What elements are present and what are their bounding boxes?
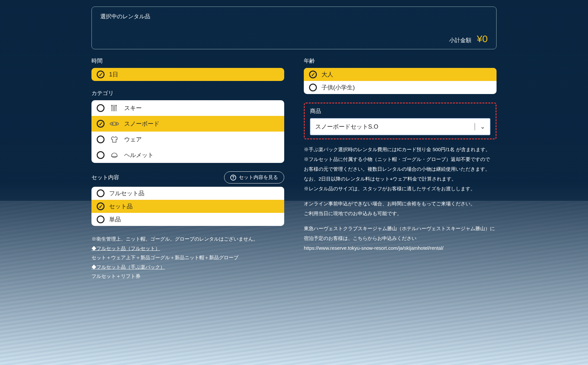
cart-title: 選択中のレンタル品 bbox=[100, 13, 488, 20]
right-info: ※手ぶ楽パック選択時のレンタル費用にはICカード預り金 500円/1名 が含まれ… bbox=[304, 145, 497, 253]
info-line: ※手ぶ楽パック選択時のレンタル費用にはICカード預り金 500円/1名 が含まれ… bbox=[304, 145, 497, 154]
selected-rentals-box: 選択中のレンタル品 小計金額 ¥0 bbox=[91, 7, 497, 49]
note-line: セット＋ウェア上下＋新品ゴーグル＋新品ニット帽＋新品グローブ bbox=[91, 253, 284, 262]
set-option-fullset[interactable]: フルセット品 bbox=[91, 187, 284, 200]
option-label: セット品 bbox=[109, 202, 133, 210]
radio-unchecked-icon bbox=[97, 151, 105, 159]
category-panel: スキー スノーボード ウェア bbox=[91, 100, 284, 163]
option-label: 単品 bbox=[109, 215, 121, 223]
product-highlight-box: 商品 スノーボードセットS.O ⌄ bbox=[304, 103, 497, 139]
age-option-adult[interactable]: 大人 bbox=[304, 68, 497, 81]
subtotal-amount: ¥0 bbox=[477, 33, 488, 44]
category-option-helmet[interactable]: ヘルメット bbox=[91, 147, 284, 163]
age-panel: 大人 子供(小学生) bbox=[304, 68, 497, 94]
set-option-set[interactable]: セット品 bbox=[91, 200, 284, 213]
option-label: フルセット品 bbox=[109, 189, 144, 197]
chevron-down-icon: ⌄ bbox=[475, 123, 485, 130]
info-line: ※フルセット品に付属する小物（ニット帽・ゴーグル・グローブ）返却不要ですので bbox=[304, 154, 497, 164]
helmet-icon bbox=[109, 150, 120, 160]
radio-checked-icon bbox=[97, 71, 105, 78]
age-label: 年齢 bbox=[304, 57, 497, 65]
note-line: ◆フルセット品（フルセット） bbox=[91, 244, 284, 253]
left-notes: ※衛生管理上、ニット帽、ゴーグル、グローブのレンタルはございません。 ◆フルセッ… bbox=[91, 234, 284, 281]
snowboard-icon bbox=[109, 119, 120, 129]
info-line: お客様の元で管理ください。複数日レンタルの場合の小物は継続使用いただきます。 bbox=[304, 164, 497, 174]
svg-rect-4 bbox=[116, 123, 117, 124]
button-label: セット内容を見る bbox=[239, 174, 278, 181]
radio-checked-icon bbox=[309, 71, 317, 78]
product-label: 商品 bbox=[310, 107, 490, 115]
option-label: 大人 bbox=[321, 71, 333, 78]
time-label: 時間 bbox=[91, 57, 284, 65]
info-line: オンライン事前申込ができない場合、お時間に余裕をもってご来場ください。 bbox=[304, 199, 497, 209]
info-line: ※レンタル品のサイズは、スタッフがお客様に適したサイズをお渡しします。 bbox=[304, 184, 497, 194]
question-icon: ? bbox=[230, 175, 236, 181]
option-label: スノーボード bbox=[124, 120, 159, 128]
radio-unchecked-icon bbox=[97, 189, 105, 197]
radio-unchecked-icon bbox=[97, 135, 105, 143]
product-selected-value: スノーボードセットS.O bbox=[315, 123, 378, 131]
radio-checked-icon bbox=[97, 120, 105, 128]
radio-unchecked-icon bbox=[97, 215, 105, 223]
info-url: https://www.reserve.tokyu-snow-resort.co… bbox=[304, 243, 497, 253]
info-line: ご利用当日に現地でのお申込みも可能です。 bbox=[304, 209, 497, 218]
view-set-contents-button[interactable]: ? セット内容を見る bbox=[224, 171, 284, 183]
note-line: ◆フルセット品（手ぶ楽パック） bbox=[91, 262, 284, 272]
time-option-1day[interactable]: 1日 bbox=[91, 68, 284, 81]
subtotal-label: 小計金額 bbox=[449, 37, 471, 43]
option-label: 1日 bbox=[109, 71, 118, 78]
radio-unchecked-icon bbox=[309, 84, 317, 91]
category-label: カテゴリ bbox=[91, 89, 284, 97]
set-panel: フルセット品 セット品 単品 bbox=[91, 187, 284, 226]
time-panel: 1日 bbox=[91, 68, 284, 81]
option-label: スキー bbox=[124, 104, 142, 112]
info-line: 東急ハーヴェストクラブスキージャム勝山（ホテルハーヴェストスキージャム勝山）に宿… bbox=[304, 224, 497, 243]
note-line: フルセット＋リフト券 bbox=[91, 272, 284, 281]
age-option-child[interactable]: 子供(小学生) bbox=[304, 81, 497, 94]
radio-unchecked-icon bbox=[97, 104, 105, 112]
ski-icon bbox=[109, 103, 120, 113]
option-label: 子供(小学生) bbox=[321, 84, 355, 91]
option-label: ウェア bbox=[124, 135, 142, 143]
info-line: なお、2日目以降のレンタル料はセット+ウェア料金で計算されます。 bbox=[304, 174, 497, 184]
set-option-single[interactable]: 単品 bbox=[91, 213, 284, 226]
category-option-ski[interactable]: スキー bbox=[91, 100, 284, 116]
product-select[interactable]: スノーボードセットS.O ⌄ bbox=[310, 118, 490, 135]
svg-point-2 bbox=[110, 122, 119, 125]
set-label: セット内容 bbox=[91, 174, 119, 181]
wear-icon bbox=[109, 134, 120, 145]
category-option-wear[interactable]: ウェア bbox=[91, 132, 284, 147]
svg-rect-3 bbox=[112, 123, 113, 124]
option-label: ヘルメット bbox=[124, 151, 154, 159]
note-line: ※衛生管理上、ニット帽、ゴーグル、グローブのレンタルはございません。 bbox=[91, 234, 284, 244]
category-option-snowboard[interactable]: スノーボード bbox=[91, 116, 284, 132]
radio-checked-icon bbox=[97, 202, 105, 210]
